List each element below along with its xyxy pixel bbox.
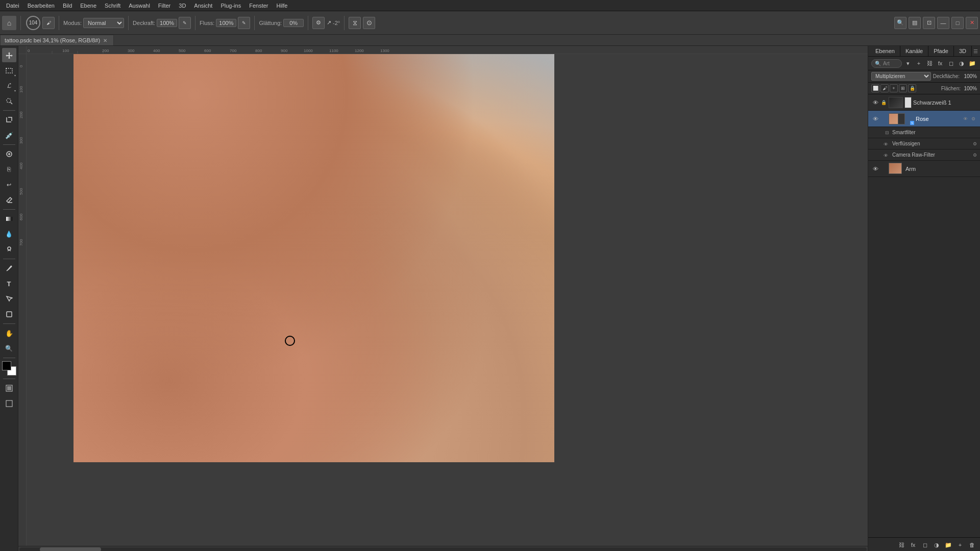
clone-stamp-tool[interactable]: ⎘ [2,162,16,177]
minimize-btn[interactable]: — [937,17,949,29]
add-fx-btn[interactable]: fx [908,540,918,550]
panel-menu-btn[interactable]: ☰ [973,48,978,54]
layer-type-filter[interactable]: ▾ [903,59,913,68]
tab-3d[interactable]: 3D [954,46,972,56]
menu-3d[interactable]: 3D [175,2,190,10]
color-swatches[interactable] [2,361,16,375]
layer-new-btn[interactable]: + [914,59,923,68]
lasso-tool[interactable]: 𝓛 ▾ [2,79,16,93]
crop-tool[interactable] [2,113,16,127]
lock-all-btn[interactable]: 🔒 [908,84,916,92]
shape-tool[interactable] [2,307,16,321]
sublayer-vis-camera-raw[interactable]: 👁 [884,152,891,158]
quick-mask-btn[interactable] [2,381,16,395]
opacity-value[interactable]: 100% [962,73,977,79]
tab-pfade[interactable]: Pfade [928,46,954,56]
arrange-btn[interactable]: ⊡ [923,17,935,29]
add-layer-btn[interactable]: + [955,540,965,550]
add-mask-btn[interactable]: ◻ [920,540,930,550]
glattung-input[interactable] [283,19,304,27]
foreground-color-swatch[interactable] [2,361,11,370]
fluss-pressure-btn[interactable]: ✎ [238,17,250,29]
layer-item-arm[interactable]: 👁 Arm [868,161,980,177]
move-tool[interactable] [2,48,16,62]
eraser-tool[interactable] [2,193,16,207]
brush-settings-btn[interactable]: 🖌 [42,17,55,29]
settings-btn[interactable]: ⚙ [312,17,325,29]
document-close-btn[interactable]: ✕ [103,38,107,43]
menu-bearbeiten[interactable]: Bearbeiten [23,2,59,10]
close-btn[interactable]: ✕ [966,17,978,29]
layer-vis-arm[interactable]: 👁 [871,166,879,172]
deckraft-input[interactable] [157,19,177,27]
menu-filter[interactable]: Filter [154,2,175,10]
layer-adjustment-btn[interactable]: ◑ [957,59,966,68]
menu-ebene[interactable]: Ebene [76,2,101,10]
lock-transparent-btn[interactable]: ⬜ [871,84,879,92]
lock-position-btn[interactable]: + [890,84,898,92]
hand-tool[interactable]: ✋ [2,326,16,340]
add-group-btn[interactable]: 📁 [943,540,953,550]
fluss-input[interactable] [216,19,236,27]
link-layers-btn[interactable]: ⛓ [896,540,906,550]
maximize-btn[interactable]: □ [951,17,964,29]
symmetry-btn[interactable]: ⧖ [349,17,361,29]
hand-icon: ✋ [5,330,13,337]
sublayer-vis-verfluessigen[interactable]: 👁 [884,141,891,147]
layers-search[interactable]: 🔍 Art [871,59,902,68]
layer-link-btn[interactable]: ⛓ [925,59,934,68]
workspace-btn[interactable]: ▤ [909,17,921,29]
add-adjustment-btn[interactable]: ◑ [932,540,942,550]
canvas-hscroll[interactable] [18,546,868,551]
heal-tool[interactable] [2,147,16,161]
canvas-area[interactable] [27,54,868,546]
home-icon[interactable]: ⌂ [2,16,16,30]
dodge-tool[interactable] [2,242,16,257]
screen-mode-btn[interactable] [2,396,16,411]
menu-fenster[interactable]: Fenster [245,2,272,10]
document-tab[interactable]: tattoo.psdc bei 34,1% (Rose, RGB/8#) ✕ [0,35,114,45]
menu-auswahl[interactable]: Auswahl [125,2,154,10]
zoom-tool[interactable]: 🔍 [2,341,16,356]
type-tool[interactable]: T [2,277,16,291]
deckraft-pressure-btn[interactable]: ✎ [179,17,191,29]
layer-vis-rose[interactable]: 👁 [871,116,879,122]
pen-tool[interactable] [2,261,16,276]
menu-bild[interactable]: Bild [59,2,76,10]
eyedropper-tool[interactable]: 💉 [2,128,16,142]
hscroll-track[interactable] [19,547,867,552]
layer-item-schwarzweis[interactable]: 👁 🔒 Schwarzweiß 1 [868,94,980,111]
blur-tool[interactable]: 💧 [2,227,16,241]
layer-fx-btn[interactable]: fx [936,59,945,68]
menu-datei[interactable]: Datei [2,2,23,10]
layer-folder-btn[interactable]: 📁 [968,59,977,68]
delete-layer-btn[interactable]: 🗑 [967,540,977,550]
sublayer-verfluessigen[interactable]: 👁 Verflüssigen ⚙ [868,138,980,149]
menu-ansicht[interactable]: Ansicht [190,2,216,10]
layer-vis-schwarzweis[interactable]: 👁 [871,99,879,106]
path-select-tool[interactable] [2,292,16,306]
blend-mode-dropdown[interactable]: Multiplizieren [871,72,931,81]
tab-kanaele[interactable]: Kanäle [900,46,928,56]
marquee-tool[interactable]: ▾ [2,63,16,78]
layer-mask-btn[interactable]: ◻ [946,59,955,68]
layer-item-rose[interactable]: 👁 S Rose 👁 ⚙ [868,111,980,127]
menu-hilfe[interactable]: Hilfe [272,2,291,10]
sublayer-camera-raw[interactable]: 👁 Camera Raw-Filter ⚙ [868,149,980,161]
extra-btn[interactable]: ⊙ [363,17,375,29]
menu-plugins[interactable]: Plug-ins [216,2,245,10]
document-tab-bar: tattoo.psdc bei 34,1% (Rose, RGB/8#) ✕ [0,35,980,46]
angle-group: ↗ -2° [327,19,340,26]
quick-select-tool[interactable] [2,94,16,108]
hscroll-thumb[interactable] [40,547,101,552]
history-brush-tool[interactable]: ↩ [2,178,16,192]
modus-dropdown[interactable]: Normal [83,18,124,28]
blend-mode-row: Multiplizieren Deckfläche: 100% [868,70,980,83]
search-btn[interactable]: 🔍 [894,17,906,29]
flaechan-value[interactable]: 100% [963,86,977,91]
gradient-tool[interactable] [2,212,16,226]
tab-ebenen[interactable]: Ebenen [870,46,900,56]
lock-pixels-btn[interactable]: 🖌 [880,84,889,92]
lock-artboard-btn[interactable]: ⊞ [899,84,907,92]
menu-schrift[interactable]: Schrift [101,2,125,10]
